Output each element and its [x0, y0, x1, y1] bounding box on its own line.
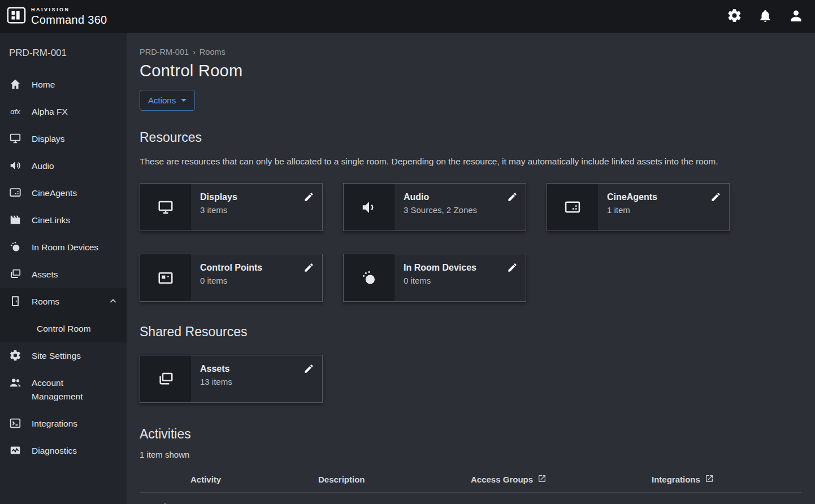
activities-header-row: Activity Description Access Groups Integ…	[140, 467, 801, 493]
card-subtitle: 13 items	[200, 377, 232, 386]
sidebar-item-site-settings[interactable]: Site Settings	[0, 342, 127, 370]
terminal-icon	[9, 417, 21, 429]
gear-icon	[727, 8, 742, 25]
card-title: Assets	[200, 364, 232, 374]
pencil-icon	[507, 266, 518, 275]
people-icon	[9, 376, 21, 389]
page-title: Control Room	[140, 62, 801, 80]
edit-assets-button[interactable]	[304, 363, 314, 376]
card-title: Control Points	[200, 263, 262, 273]
card-subtitle: 0 items	[404, 276, 476, 285]
user-menu-button[interactable]	[788, 8, 804, 25]
sidebar-item-account-management[interactable]: Account Management	[0, 370, 127, 410]
card-title: Audio	[404, 192, 477, 202]
breadcrumb-current[interactable]: Rooms	[200, 47, 226, 57]
display-icon	[9, 132, 21, 145]
external-link-icon[interactable]	[705, 474, 714, 485]
card-subtitle: 0 items	[200, 276, 262, 285]
topbar: HAIVISION Command 360	[0, 0, 815, 33]
app-brand: HAIVISION Command 360	[7, 6, 107, 27]
edit-audio-button[interactable]	[507, 192, 518, 204]
sidebar-item-audio[interactable]: Audio	[0, 153, 127, 180]
shared-card-grid: Assets 13 items	[140, 355, 801, 403]
bell-icon	[758, 8, 773, 25]
edit-in-room-devices-button[interactable]	[507, 262, 518, 275]
card-title: Displays	[200, 192, 237, 202]
external-link-icon[interactable]	[537, 474, 547, 485]
edit-cineagents-button[interactable]	[710, 192, 721, 204]
breadcrumb-parent[interactable]: PRD-RM-001	[140, 47, 189, 57]
pencil-icon	[710, 195, 721, 204]
card-subtitle: 3 items	[200, 205, 237, 215]
pencil-icon	[304, 195, 314, 204]
access-groups-column-header: Access Groups	[471, 467, 652, 493]
activity-integrations: -	[652, 493, 801, 504]
resource-card-cineagents: CineAgents 1 item	[547, 183, 730, 231]
sidebar-item-control-room[interactable]: Control Room	[0, 315, 127, 342]
settings-button[interactable]	[727, 8, 742, 25]
resources-section-title: Resources	[140, 130, 801, 145]
notifications-button[interactable]	[758, 8, 773, 25]
resource-card-displays: Displays 3 items	[140, 183, 323, 231]
actions-button[interactable]: Actions	[140, 90, 195, 111]
topbar-actions	[727, 8, 804, 25]
card-subtitle: 3 Sources, 2 Zones	[404, 205, 477, 215]
sidebar-item-in-room-devices[interactable]: In Room Devices	[0, 234, 127, 261]
sidebar-nav: Home αfx Alpha FX Displays Audio CineAge…	[0, 71, 127, 464]
gear-icon	[9, 349, 21, 362]
sidebar-item-cinelinks[interactable]: CineLinks	[0, 207, 127, 234]
haivision-logo-icon	[7, 6, 26, 27]
activities-table: Activity Description Access Groups Integ…	[140, 467, 801, 504]
in-room-device-icon	[9, 241, 21, 253]
activities-section-title: Activities	[140, 427, 801, 442]
rooms-icon	[9, 295, 21, 307]
resource-card-control-points: Control Points 0 items	[140, 254, 323, 302]
resource-card-in-room-devices: In Room Devices 0 items	[343, 254, 526, 302]
sidebar-item-rooms[interactable]: Rooms	[0, 288, 127, 315]
chevron-up-icon	[109, 295, 118, 308]
edit-control-points-button[interactable]	[304, 262, 314, 275]
sidebar-item-home[interactable]: Home	[0, 71, 127, 98]
sidebar-item-displays[interactable]: Displays	[0, 125, 127, 153]
activity-row: Explore - Hai Root -	[140, 493, 801, 504]
resource-card-audio: Audio 3 Sources, 2 Zones	[343, 183, 526, 231]
cinelinks-icon	[9, 214, 21, 226]
main-content: PRD-RM-001 › Rooms Control Room Actions …	[127, 33, 815, 504]
cineagents-icon	[547, 184, 598, 231]
card-subtitle: 1 item	[607, 205, 657, 215]
resources-description: These are resources that can only be all…	[140, 155, 798, 168]
speaker-icon	[344, 184, 395, 231]
home-icon	[9, 78, 21, 90]
row-menu-column-header	[140, 467, 190, 493]
pencil-icon	[304, 367, 314, 376]
activity-description: -	[318, 493, 471, 504]
display-icon	[140, 184, 191, 231]
integrations-column-header: Integrations	[652, 467, 801, 493]
breadcrumb-separator: ›	[193, 47, 196, 57]
resource-card-assets: Assets 13 items	[140, 355, 323, 403]
caret-down-icon	[181, 99, 187, 102]
control-points-icon	[140, 254, 191, 301]
brand-name: HAIVISION	[31, 7, 107, 12]
edit-displays-button[interactable]	[304, 192, 314, 204]
sidebar-item-cineagents[interactable]: CineAgents	[0, 180, 127, 207]
product-name: Command 360	[31, 14, 107, 25]
sidebar-item-integrations[interactable]: Integrations	[0, 410, 127, 437]
card-title: CineAgents	[607, 192, 657, 202]
sidebar-rooms-group: Rooms Control Room	[0, 288, 127, 342]
assets-icon	[9, 268, 21, 280]
sidebar-item-assets[interactable]: Assets	[0, 261, 127, 288]
sidebar-site-name: PRD-RM-001	[0, 33, 127, 71]
sidebar-item-alpha-fx[interactable]: αfx Alpha FX	[0, 98, 127, 125]
breadcrumb: PRD-RM-001 › Rooms	[140, 47, 801, 57]
description-column-header: Description	[318, 467, 471, 493]
shared-resources-section-title: Shared Resources	[140, 324, 801, 340]
sidebar: PRD-RM-001 Home αfx Alpha FX Displays Au…	[0, 33, 127, 504]
pencil-icon	[507, 195, 518, 204]
alpha-fx-icon: αfx	[9, 105, 21, 118]
activity-column-header: Activity	[190, 467, 318, 493]
cineagents-icon	[9, 186, 21, 199]
sidebar-item-diagnostics[interactable]: Diagnostics	[0, 437, 127, 464]
in-room-device-icon	[344, 254, 395, 301]
diagnostics-icon	[9, 444, 21, 457]
